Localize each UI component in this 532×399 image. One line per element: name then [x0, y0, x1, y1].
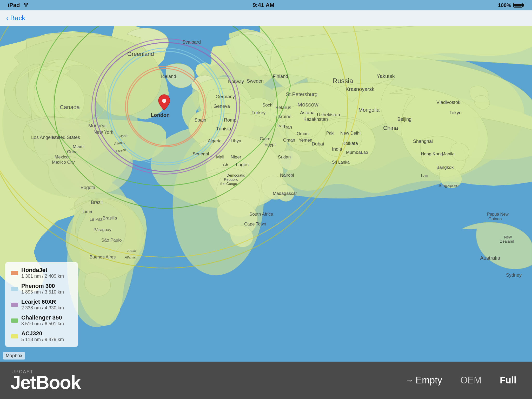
- svg-text:Lima: Lima: [83, 209, 92, 214]
- status-bar: iPad 9:41 AM 100%: [0, 0, 532, 10]
- svg-text:Iraq: Iraq: [277, 123, 285, 128]
- legend-color-swatch: [11, 303, 18, 307]
- legend-color-swatch: [11, 287, 18, 291]
- svg-text:Singapore: Singapore: [438, 183, 459, 188]
- svg-text:Algeria: Algeria: [208, 138, 222, 143]
- status-time: 9:41 AM: [253, 2, 275, 9]
- svg-text:Uzbekistan: Uzbekistan: [317, 112, 340, 117]
- svg-text:Gh: Gh: [223, 163, 228, 167]
- svg-text:Tokyo: Tokyo: [449, 110, 462, 115]
- back-label: Back: [10, 14, 25, 22]
- svg-text:Mongolia: Mongolia: [358, 107, 380, 113]
- svg-text:Libya: Libya: [231, 138, 241, 143]
- svg-text:Manila: Manila: [442, 151, 455, 156]
- legend-range: 2 338 nm / 4 330 km: [21, 305, 64, 311]
- svg-text:Papua New: Papua New: [487, 212, 509, 216]
- svg-text:Sydney: Sydney: [506, 272, 522, 278]
- legend-item: Challenger 350 3 510 nm / 6 501 km: [11, 314, 72, 327]
- bottom-bar: UPCAST JetBook → Empty OEM Full: [0, 362, 532, 399]
- svg-text:Spain: Spain: [194, 117, 206, 123]
- legend-item: HondaJet 1 301 nm / 2 409 km: [11, 267, 72, 279]
- jetbook-logo: UPCAST JetBook: [10, 369, 81, 392]
- full-button[interactable]: Full: [495, 372, 522, 388]
- svg-text:Krasnoyarsk: Krasnoyarsk: [345, 86, 375, 92]
- svg-text:Montréal: Montréal: [88, 123, 107, 128]
- arrow-right-icon: →: [405, 376, 414, 385]
- svg-text:Senegal: Senegal: [193, 151, 209, 156]
- map-container[interactable]: North Atlantic Ocean South Atlantic Gree…: [0, 26, 532, 362]
- svg-text:Moscow: Moscow: [297, 101, 318, 108]
- svg-text:Ukraine: Ukraine: [275, 114, 291, 119]
- status-left: iPad: [8, 2, 29, 9]
- svg-text:Brasilia: Brasilia: [103, 216, 117, 221]
- wifi-icon: [23, 2, 29, 9]
- svg-text:Iceland: Iceland: [161, 74, 176, 79]
- svg-text:Svalbard: Svalbard: [182, 39, 201, 45]
- legend-range: 1 301 nm / 2 409 km: [21, 274, 64, 279]
- svg-text:Egypt: Egypt: [264, 142, 276, 147]
- svg-text:Guinea: Guinea: [488, 217, 502, 221]
- svg-text:Bangkok: Bangkok: [436, 165, 454, 170]
- svg-text:Germany: Germany: [216, 94, 235, 99]
- legend-color-swatch: [11, 318, 18, 323]
- svg-text:Yakutsk: Yakutsk: [377, 73, 395, 79]
- svg-text:Los Angeles: Los Angeles: [31, 135, 57, 140]
- svg-text:Sweden: Sweden: [247, 78, 264, 84]
- svg-point-108: [162, 99, 166, 103]
- svg-text:the Congo: the Congo: [220, 182, 237, 186]
- nav-bar: ‹ Back: [0, 10, 532, 26]
- svg-text:Lagos: Lagos: [236, 162, 249, 167]
- svg-text:Sri Lanka: Sri Lanka: [332, 160, 350, 164]
- legend-aircraft-name: ACJ320: [21, 330, 64, 337]
- svg-text:Geneva: Geneva: [214, 104, 230, 109]
- svg-text:New: New: [504, 235, 512, 239]
- legend-item: ACJ320 5 118 nm / 9 479 km: [11, 330, 72, 342]
- legend-range: 3 510 nm / 6 501 km: [21, 321, 64, 327]
- svg-text:Dubai: Dubai: [312, 141, 324, 147]
- svg-text:Kolkata: Kolkata: [342, 141, 358, 146]
- svg-text:Sudan: Sudan: [278, 155, 291, 159]
- svg-text:London: London: [151, 112, 170, 118]
- svg-text:Republic: Republic: [224, 177, 238, 182]
- svg-text:Páraguay: Páraguay: [94, 228, 111, 232]
- legend: HondaJet 1 301 nm / 2 409 km Phenom 300 …: [5, 262, 78, 347]
- svg-text:Tunisia: Tunisia: [216, 126, 231, 131]
- legend-range: 1 895 nm / 3 510 km: [21, 289, 64, 295]
- svg-text:China: China: [383, 125, 398, 131]
- svg-text:Brazil: Brazil: [91, 200, 103, 205]
- oem-button[interactable]: OEM: [455, 372, 487, 388]
- app-name: JetBook: [10, 373, 81, 392]
- map-svg: North Atlantic Ocean South Atlantic Gree…: [0, 26, 532, 362]
- svg-text:Oman: Oman: [297, 131, 309, 136]
- legend-aircraft-name: HondaJet: [21, 267, 64, 274]
- svg-text:India: India: [332, 147, 342, 152]
- svg-text:New York: New York: [94, 130, 114, 135]
- legend-text: HondaJet 1 301 nm / 2 409 km: [21, 267, 64, 279]
- svg-text:Turkey: Turkey: [251, 110, 265, 115]
- svg-text:Lao: Lao: [421, 173, 428, 178]
- legend-range: 5 118 nm / 9 479 km: [21, 337, 64, 342]
- svg-text:Norway: Norway: [228, 79, 244, 84]
- svg-text:Finland: Finland: [273, 74, 288, 79]
- svg-text:Australia: Australia: [480, 255, 501, 261]
- svg-text:Cuba: Cuba: [67, 149, 78, 154]
- legend-color-swatch: [11, 271, 18, 275]
- svg-text:Rome: Rome: [224, 117, 236, 123]
- back-button[interactable]: ‹ Back: [6, 14, 25, 22]
- svg-text:Niger: Niger: [231, 155, 241, 159]
- svg-text:Greenland: Greenland: [127, 51, 154, 57]
- svg-text:Bogotá: Bogotá: [81, 185, 96, 190]
- svg-text:Madagascar: Madagascar: [273, 191, 297, 196]
- legend-text: ACJ320 5 118 nm / 9 479 km: [21, 330, 64, 342]
- svg-text:South: South: [127, 249, 136, 253]
- svg-text:Paki: Paki: [326, 131, 334, 135]
- svg-text:Lao: Lao: [361, 150, 368, 155]
- svg-text:Russia: Russia: [332, 77, 353, 85]
- empty-button[interactable]: → Empty: [400, 372, 447, 388]
- empty-label: Empty: [416, 375, 442, 386]
- svg-text:Buenos Aires: Buenos Aires: [90, 255, 116, 260]
- svg-text:Hong Kong: Hong Kong: [421, 151, 443, 156]
- svg-text:Oman: Oman: [283, 138, 295, 143]
- svg-text:Kazakhstan: Kazakhstan: [303, 117, 328, 122]
- back-chevron-icon: ‹: [6, 14, 9, 22]
